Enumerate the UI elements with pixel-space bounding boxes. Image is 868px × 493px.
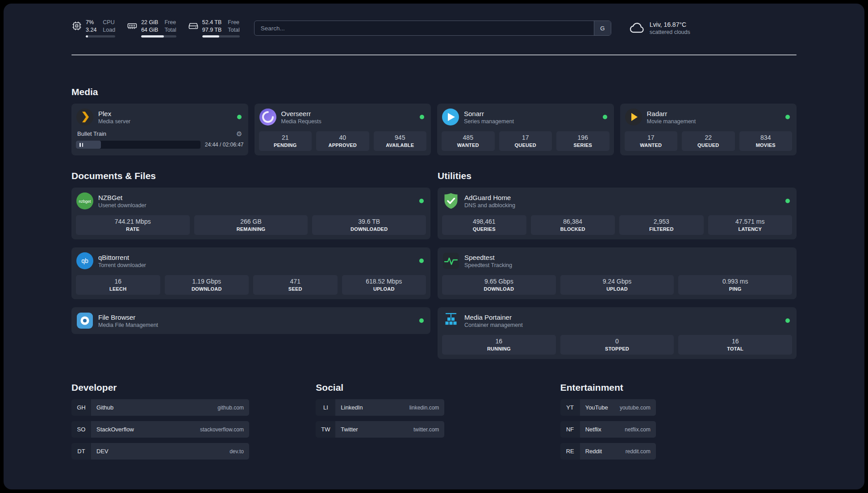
section-documents: Documents & Files nzbget NZBGet Usenet d… bbox=[71, 171, 430, 359]
stat-box: 16 TOTAL bbox=[678, 335, 792, 355]
service-description: Container management bbox=[464, 322, 523, 328]
card-qbittorrent: qb qBittorrent Torrent downloader 16 LEE… bbox=[71, 247, 430, 299]
bookmark-abbr: NF bbox=[560, 421, 580, 438]
memory-usage-bar bbox=[141, 35, 176, 38]
bookmark-stackoverflow[interactable]: SO StackOverflowstackoverflow.com bbox=[71, 421, 249, 438]
stat-box: 945 AVAILABLE bbox=[374, 131, 427, 151]
card-sonarr: Sonarr Series management 485 WANTED 17 Q… bbox=[437, 104, 614, 155]
bookmark-github[interactable]: GH Githubgithub.com bbox=[71, 399, 249, 416]
status-dot-online bbox=[419, 318, 424, 323]
cpu-load-label: Load bbox=[103, 26, 115, 34]
stat-box: 498,461 QUERIES bbox=[442, 215, 526, 235]
disk-free-label: Free bbox=[228, 19, 239, 26]
speedtest-link[interactable]: Speedtest Speedtest Tracking bbox=[442, 252, 792, 270]
stat-box: 21 PENDING bbox=[259, 131, 312, 151]
bookmark-group-social: Social LI LinkedInlinkedin.com TW Twitte… bbox=[316, 382, 552, 465]
cpu-usage-label: CPU bbox=[103, 19, 115, 26]
bookmark-netflix[interactable]: NF Netflixnetflix.com bbox=[560, 421, 656, 438]
cpu-load-value: 3.24 bbox=[86, 26, 96, 34]
service-description: Usenet downloader bbox=[98, 202, 146, 209]
disk-total-label: Total bbox=[228, 26, 239, 34]
section-title-documents: Documents & Files bbox=[71, 171, 430, 181]
search-input[interactable] bbox=[254, 21, 611, 36]
weather-widget[interactable]: Lviv, 16.87°C scattered clouds bbox=[629, 21, 690, 35]
stat-box: 17 WANTED bbox=[625, 131, 678, 151]
memory-total-label: Total bbox=[164, 26, 176, 34]
svg-text:qb: qb bbox=[81, 257, 88, 264]
bookmark-url: youtube.com bbox=[620, 405, 651, 411]
radarr-link[interactable]: Radarr Movie management bbox=[625, 108, 793, 126]
section-title-media: Media bbox=[71, 87, 797, 97]
bookmark-abbr: DT bbox=[71, 443, 91, 460]
qbittorrent-link[interactable]: qb qBittorrent Torrent downloader bbox=[76, 252, 426, 270]
bookmark-reddit[interactable]: RE Redditreddit.com bbox=[560, 443, 656, 460]
service-name: Plex bbox=[98, 110, 130, 117]
radarr-icon bbox=[625, 108, 643, 126]
stat-box: 471 SEED bbox=[253, 275, 338, 295]
adguard-link[interactable]: AdGuard Home DNS and adblocking bbox=[442, 192, 792, 210]
card-filebrowser: File Browser Media File Management bbox=[71, 307, 430, 334]
portainer-link[interactable]: Media Portainer Container management bbox=[442, 312, 792, 330]
weather-location: Lviv, 16.87°C bbox=[650, 21, 690, 28]
memory-free-label: Free bbox=[164, 19, 176, 26]
card-overseerr: Overseerr Media Requests 21 PENDING 40 A… bbox=[255, 104, 431, 155]
service-name: AdGuard Home bbox=[464, 194, 515, 201]
top-bar: 7% 3.24 CPU Load bbox=[71, 19, 797, 38]
disk-widget: 52.4 TB 97.9 TB Free Total bbox=[188, 19, 240, 38]
service-name: Speedtest bbox=[464, 254, 512, 261]
gear-icon[interactable]: ⚙ bbox=[236, 130, 242, 137]
bookmark-abbr: YT bbox=[560, 399, 580, 416]
bookmark-name: DEV bbox=[96, 448, 108, 455]
plex-now-playing: Bullet Train ⚙ bbox=[76, 130, 244, 137]
bookmark-youtube[interactable]: YT YouTubeyoutube.com bbox=[560, 399, 656, 416]
bookmark-dev[interactable]: DT DEVdev.to bbox=[71, 443, 249, 460]
stat-box: 86,384 BLOCKED bbox=[531, 215, 615, 235]
status-dot-online bbox=[785, 318, 790, 323]
stat-box: 744.21 Mbps RATE bbox=[76, 215, 190, 235]
cpu-usage-value: 7% bbox=[86, 19, 96, 26]
bookmark-abbr: LI bbox=[316, 399, 335, 416]
service-name: qBittorrent bbox=[98, 254, 146, 261]
card-nzbget: nzbget NZBGet Usenet downloader 744.21 M… bbox=[71, 188, 430, 239]
disk-free-value: 52.4 TB bbox=[202, 19, 222, 26]
ram-icon bbox=[127, 21, 138, 31]
filebrowser-icon bbox=[76, 312, 94, 330]
plex-link[interactable]: Plex Media server bbox=[76, 108, 244, 126]
disk-icon bbox=[188, 21, 199, 31]
bookmark-url: twitter.com bbox=[413, 426, 439, 433]
bookmark-twitter[interactable]: TW Twittertwitter.com bbox=[316, 421, 444, 438]
cpu-usage-bar bbox=[86, 35, 115, 38]
service-description: Media Requests bbox=[281, 118, 321, 125]
stat-box: 16 LEECH bbox=[76, 275, 160, 295]
card-adguard: AdGuard Home DNS and adblocking 498,461 … bbox=[438, 188, 797, 239]
stat-box: 0 STOPPED bbox=[560, 335, 674, 355]
stat-box: 834 MOVIES bbox=[739, 131, 793, 151]
svg-text:nzbget: nzbget bbox=[79, 199, 91, 204]
bookmark-linkedin[interactable]: LI LinkedInlinkedin.com bbox=[316, 399, 444, 416]
service-description: Speedtest Tracking bbox=[464, 262, 512, 268]
filebrowser-link[interactable]: File Browser Media File Management bbox=[76, 312, 426, 330]
service-description: Series management bbox=[464, 118, 514, 125]
playback-progress-bar[interactable] bbox=[76, 141, 200, 149]
nzbget-link[interactable]: nzbget NZBGet Usenet downloader bbox=[76, 192, 426, 210]
bookmark-group-entertainment: Entertainment YT YouTubeyoutube.com NF N… bbox=[560, 382, 797, 465]
memory-free-value: 22 GiB bbox=[141, 19, 158, 26]
now-playing-title: Bullet Train bbox=[77, 130, 106, 137]
service-name: Media Portainer bbox=[464, 313, 523, 321]
bookmark-url: reddit.com bbox=[626, 448, 651, 455]
playback-controls: 24:44 / 02:06:47 bbox=[76, 141, 244, 149]
search-provider-button[interactable]: G bbox=[594, 21, 611, 35]
bookmark-url: github.com bbox=[217, 405, 244, 411]
stat-box: 1.19 Gbps DOWNLOAD bbox=[165, 275, 249, 295]
bookmark-name: Netflix bbox=[585, 426, 601, 433]
sonarr-link[interactable]: Sonarr Series management bbox=[442, 108, 609, 126]
stat-box: 40 APPROVED bbox=[316, 131, 369, 151]
bookmark-abbr: RE bbox=[560, 443, 580, 460]
pause-icon[interactable] bbox=[79, 143, 83, 147]
bookmark-name: StackOverflow bbox=[96, 426, 134, 433]
stat-box: 16 RUNNING bbox=[442, 335, 556, 355]
section-title-social: Social bbox=[316, 382, 552, 393]
overseerr-link[interactable]: Overseerr Media Requests bbox=[259, 108, 427, 126]
topbar-divider bbox=[71, 54, 797, 55]
status-dot-online bbox=[237, 115, 242, 119]
